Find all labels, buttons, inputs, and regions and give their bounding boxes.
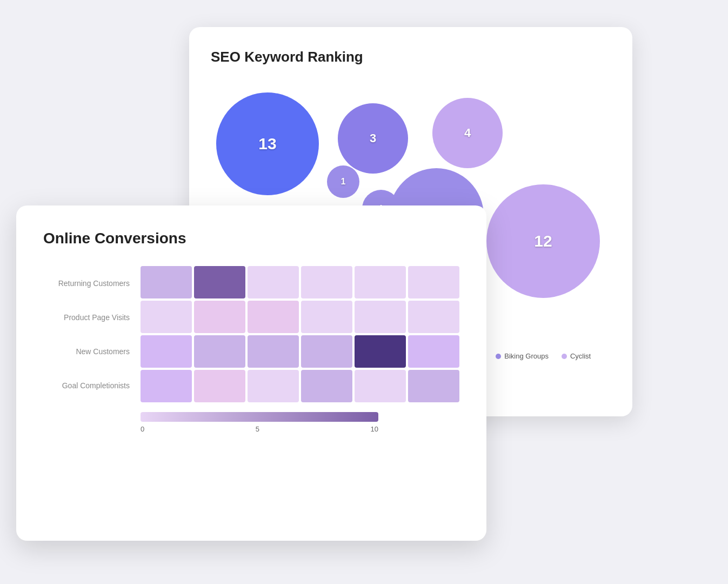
row-label: Returning Customers xyxy=(43,275,130,292)
heatmap-grid xyxy=(141,266,459,402)
scale-bar xyxy=(141,412,378,422)
heatmap-cell xyxy=(248,301,299,333)
row-label: New Customers xyxy=(43,343,130,360)
heatmap-cell xyxy=(141,370,192,402)
row-labels: Returning CustomersProduct Page VisitsNe… xyxy=(43,266,130,402)
scale-max: 10 xyxy=(371,425,378,433)
legend-item: Biking Groups xyxy=(496,352,549,360)
heatmap-grid-area xyxy=(141,266,459,402)
bubble-b5: 1 xyxy=(327,165,359,198)
scale-labels: 0 5 10 xyxy=(141,425,378,433)
heatmap-cell xyxy=(141,335,192,368)
heatmap-cell xyxy=(408,301,459,333)
heatmap-cell xyxy=(355,370,406,402)
conv-card-title: Online Conversions xyxy=(43,230,459,247)
heatmap-container: Returning CustomersProduct Page VisitsNe… xyxy=(43,266,459,402)
bubble-b6: 4 xyxy=(432,98,503,168)
heatmap-cell xyxy=(248,335,299,368)
heatmap-cell xyxy=(194,335,245,368)
conv-card: Online Conversions Returning CustomersPr… xyxy=(16,205,486,541)
heatmap-cell xyxy=(141,266,192,298)
heatmap-cell xyxy=(301,301,352,333)
heatmap-cell xyxy=(194,370,245,402)
scale-area: 0 5 10 xyxy=(43,412,459,433)
heatmap-cell xyxy=(248,266,299,298)
legend-dot xyxy=(562,354,567,359)
heatmap-cell xyxy=(301,335,352,368)
heatmap-cell xyxy=(408,335,459,368)
legend-label: Cyclist xyxy=(570,352,591,360)
scale-min: 0 xyxy=(141,425,144,433)
heatmap-cell xyxy=(355,266,406,298)
bubble-b8: 12 xyxy=(486,184,600,298)
bubble-b3: 3 xyxy=(338,103,408,174)
legend-item: Cyclist xyxy=(562,352,591,360)
scale-mid: 5 xyxy=(256,425,259,433)
heatmap-cell xyxy=(355,335,406,368)
row-label: Goal Completionists xyxy=(43,377,130,394)
heatmap-cell xyxy=(301,370,352,402)
heatmap-cell xyxy=(408,370,459,402)
legend-label: Biking Groups xyxy=(504,352,549,360)
scene: SEO Keyword Ranking 13153114812 Bike Tra… xyxy=(0,0,728,584)
row-label: Product Page Visits xyxy=(43,309,130,326)
heatmap-cell xyxy=(141,301,192,333)
bubble-b1: 13 xyxy=(216,92,319,195)
heatmap-cell xyxy=(194,266,245,298)
heatmap-cell xyxy=(194,301,245,333)
heatmap-cell xyxy=(248,370,299,402)
seo-card-title: SEO Keyword Ranking xyxy=(211,49,611,65)
heatmap-cell xyxy=(408,266,459,298)
heatmap-cell xyxy=(355,301,406,333)
heatmap-cell xyxy=(301,266,352,298)
legend-dot xyxy=(496,354,501,359)
